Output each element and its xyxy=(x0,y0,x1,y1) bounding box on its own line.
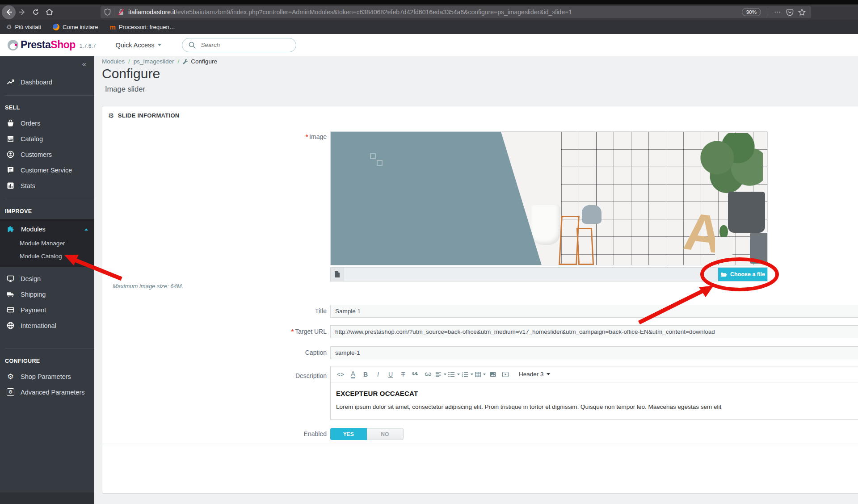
sidebar-item-dashboard[interactable]: Dashboard xyxy=(0,74,94,90)
bookmark-star-icon[interactable] xyxy=(798,8,806,16)
strikethrough-button[interactable]: T xyxy=(398,369,408,380)
bookmark-most-visited[interactable]: ⚙ Più visitati xyxy=(6,23,41,30)
trending-up-icon xyxy=(7,78,14,86)
target-url-input[interactable] xyxy=(330,325,858,338)
chevron-up-icon xyxy=(84,228,88,231)
choose-file-button[interactable]: Choose a file xyxy=(718,268,767,281)
sidebar-item-customer-service[interactable]: Customer Service xyxy=(0,162,94,178)
sidebar-item-label: Design xyxy=(21,275,41,282)
gray-pot-decor xyxy=(750,233,768,264)
reload-button[interactable] xyxy=(29,5,42,19)
numbered-list-button[interactable] xyxy=(462,369,473,380)
search-box[interactable] xyxy=(182,38,296,52)
gear-square-icon: ⚙ xyxy=(7,388,14,396)
bookmarks-bar: ⚙ Più visitati Come iniziare m Processor… xyxy=(0,20,858,34)
urlbar-divider xyxy=(114,8,114,16)
copper-stand-decor xyxy=(576,228,594,265)
link-button[interactable] xyxy=(423,369,433,380)
description-editor: <> A B I U T Header 3 EXCEPTEUR OCCAECAT… xyxy=(330,366,858,420)
breadcrumb: Modules / ps_imageslider / Configure xyxy=(102,58,217,65)
url-text[interactable]: italiamodastore.it/evte5baiutamzbm9/inde… xyxy=(128,8,742,16)
sidebar: « Dashboard SELL Orders Catalog Customer… xyxy=(0,56,94,504)
breadcrumb-label[interactable]: Configure xyxy=(191,58,217,65)
globe-icon xyxy=(7,322,14,329)
quick-access-dropdown[interactable]: Quick Access xyxy=(116,42,161,49)
target-url-field-label: *Target URL xyxy=(102,328,327,335)
blockquote-button[interactable] xyxy=(410,369,421,380)
version-label: 1.7.6.7 xyxy=(80,43,96,49)
sidebar-item-module-catalog[interactable]: Module Catalog xyxy=(0,250,94,263)
bookmark-processori[interactable]: m Processori: frequen… xyxy=(110,23,175,31)
sidebar-item-catalog[interactable]: Catalog xyxy=(0,131,94,147)
page-actions-icon[interactable]: ⋯ xyxy=(774,8,781,16)
sidebar-item-advanced-parameters[interactable]: ⚙ Advanced Parameters xyxy=(0,384,94,400)
code-view-button[interactable]: <> xyxy=(335,369,346,380)
breadcrumb-ps-imageslider[interactable]: ps_imageslider xyxy=(134,58,174,65)
sidebar-item-customers[interactable]: Customers xyxy=(0,147,94,162)
folder-open-icon xyxy=(720,272,727,277)
enabled-field-label: Enabled xyxy=(102,430,327,437)
breadcrumb-modules[interactable]: Modules xyxy=(102,58,125,65)
white-pot-decor xyxy=(715,237,732,262)
page-subtitle: Image slider xyxy=(105,85,145,93)
file-name-input[interactable] xyxy=(344,268,718,281)
sidebar-collapse-button[interactable]: « xyxy=(82,60,85,69)
description-field-label: Description xyxy=(102,372,327,379)
bullet-list-button[interactable] xyxy=(448,369,460,380)
sidebar-item-modules[interactable]: Modules xyxy=(0,222,94,237)
gear-icon: ⚙ xyxy=(7,373,14,380)
insert-video-button[interactable] xyxy=(500,369,511,380)
italic-button[interactable]: I xyxy=(373,369,383,380)
document-icon xyxy=(331,268,344,281)
tracking-shield-icon[interactable] xyxy=(104,8,111,16)
insecure-lock-icon[interactable] xyxy=(118,8,125,16)
pocket-icon[interactable] xyxy=(786,8,794,16)
gear-icon: ⚙ xyxy=(6,23,12,30)
text-color-button[interactable]: A xyxy=(348,369,358,380)
sidebar-item-international[interactable]: International xyxy=(0,318,94,333)
panel-header: ⚙ SLIDE INFORMATION xyxy=(102,106,858,125)
editor-content[interactable]: EXCEPTEUR OCCAECAT Lorem ipsum dolor sit… xyxy=(331,382,858,410)
plant-pot-decor xyxy=(728,192,765,233)
quick-access-label: Quick Access xyxy=(116,42,155,49)
sidebar-item-shipping[interactable]: Shipping xyxy=(0,286,94,302)
sidebar-footer xyxy=(0,492,94,504)
align-button[interactable] xyxy=(435,369,446,380)
title-input[interactable] xyxy=(330,305,858,318)
sidebar-item-label: Stats xyxy=(21,182,35,189)
sidebar-item-module-manager[interactable]: Module Manager xyxy=(0,237,94,250)
back-button[interactable] xyxy=(2,5,16,19)
chevron-down-icon xyxy=(483,374,486,375)
sidebar-item-shop-parameters[interactable]: ⚙ Shop Parameters xyxy=(0,369,94,384)
sidebar-item-orders[interactable]: Orders xyxy=(0,115,94,131)
browser-toolbar: italiamodastore.it/evte5baiutamzbm9/inde… xyxy=(0,4,858,20)
bold-button[interactable]: B xyxy=(360,369,371,380)
editor-toolbar: <> A B I U T Header 3 xyxy=(331,366,858,382)
urlbar-divider-2 xyxy=(768,8,768,16)
sidebar-item-payment[interactable]: Payment xyxy=(0,302,94,318)
placeholder-squares-icon xyxy=(377,160,383,166)
sidebar-section-sell: SELL xyxy=(0,101,94,115)
sidebar-divider xyxy=(5,349,94,349)
sidebar-item-design[interactable]: Design xyxy=(0,271,94,286)
table-button[interactable] xyxy=(475,369,486,380)
bookmark-getting-started[interactable]: Come iniziare xyxy=(53,24,98,30)
insert-image-button[interactable] xyxy=(488,369,498,380)
enabled-no-button[interactable]: NO xyxy=(367,428,404,440)
search-input[interactable] xyxy=(201,42,277,48)
heading-select[interactable]: Header 3 xyxy=(519,371,550,378)
zoom-level-badge[interactable]: 90% xyxy=(742,8,761,16)
sidebar-item-label: Modules xyxy=(21,226,46,233)
editor-body-text: Lorem ipsum dolor sit amet, consectetur … xyxy=(336,403,858,410)
caption-input[interactable] xyxy=(330,346,858,359)
monitor-icon xyxy=(7,275,14,282)
forward-button[interactable] xyxy=(16,5,29,19)
sidebar-item-stats[interactable]: Stats xyxy=(0,178,94,193)
url-domain: italiamodastore.it xyxy=(128,8,176,16)
url-bar[interactable]: italiamodastore.it/evte5baiutamzbm9/inde… xyxy=(101,6,811,18)
chevron-down-icon xyxy=(158,44,161,46)
enabled-yes-button[interactable]: YES xyxy=(330,428,367,440)
underline-button[interactable]: U xyxy=(385,369,396,380)
panel-title: SLIDE INFORMATION xyxy=(118,112,180,119)
home-button[interactable] xyxy=(42,5,56,19)
